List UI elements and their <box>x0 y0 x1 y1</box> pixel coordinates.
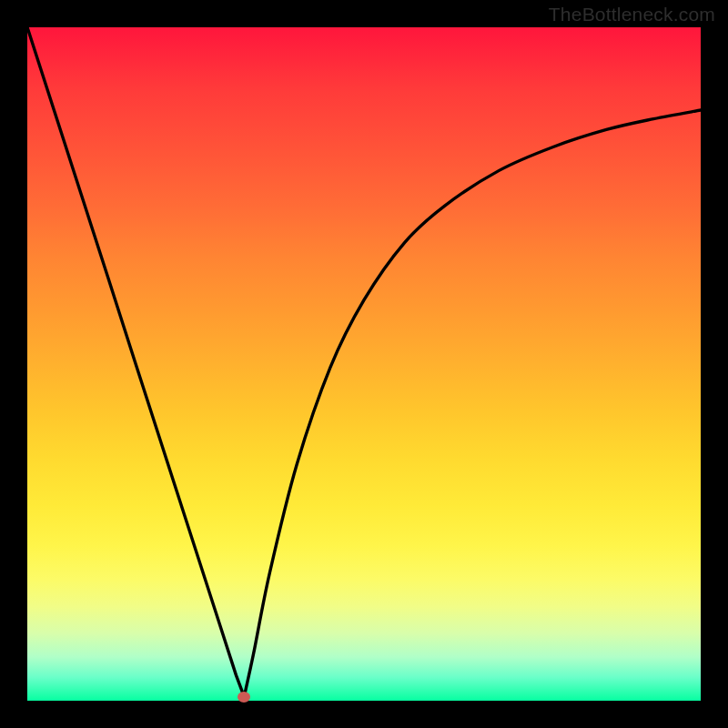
curve-path <box>27 27 701 697</box>
plot-area <box>27 27 701 701</box>
bottleneck-curve <box>27 27 701 701</box>
minimum-marker <box>238 692 250 703</box>
branding-watermark: TheBottleneck.com <box>549 4 715 25</box>
chart-outer-frame: TheBottleneck.com <box>0 0 728 728</box>
